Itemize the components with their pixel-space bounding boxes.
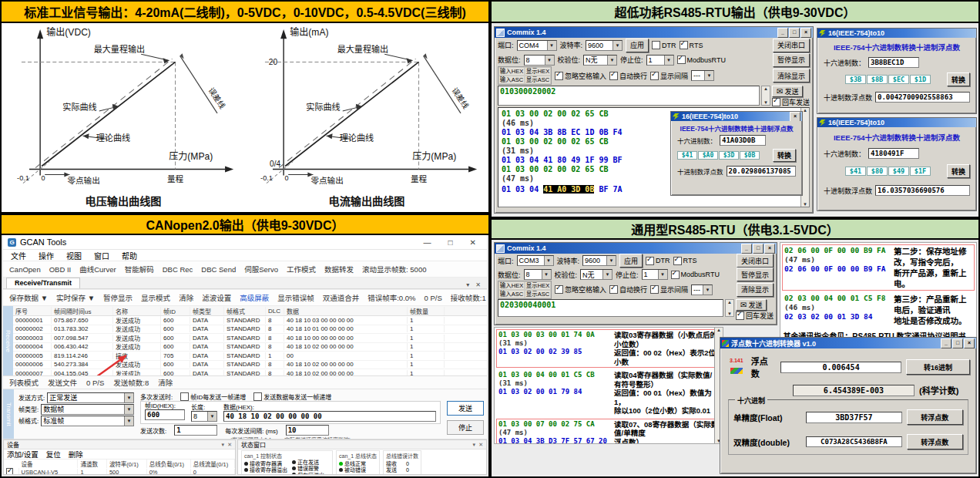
checkbox-icon[interactable]: [6, 468, 13, 475]
tab-input-hex[interactable]: 输入HEX: [498, 281, 525, 290]
chevron-down-icon[interactable]: ▼: [207, 412, 216, 421]
frame-format-select[interactable]: 标准帧▼: [41, 416, 134, 426]
toolbar-button[interactable]: 智能解码: [125, 264, 154, 274]
toolbar-button[interactable]: 工作模式: [287, 264, 316, 274]
checkbox-icon[interactable]: [772, 98, 780, 106]
maximize-button[interactable]: □: [789, 28, 800, 38]
chevron-down-icon[interactable]: ▼: [606, 256, 616, 265]
toolbar-button[interactable]: 双通道合并: [323, 292, 360, 303]
col-header[interactable]: 帧格式: [224, 307, 266, 315]
checkbox-icon[interactable]: [609, 72, 618, 80]
col-header[interactable]: 帧类型: [190, 307, 224, 315]
toolbar-button[interactable]: 发送文件: [48, 377, 77, 388]
send-button[interactable]: ✉发送: [772, 86, 803, 97]
frame-id-input[interactable]: 600: [145, 409, 185, 420]
toolbar-button[interactable]: 显示错误帧: [277, 292, 314, 303]
toolbar-button[interactable]: 显示模式: [141, 292, 170, 303]
pause-display-button[interactable]: 暂停显示: [773, 53, 810, 67]
dtr-checkbox[interactable]: DTR: [652, 41, 676, 49]
port-select[interactable]: COM4▼: [517, 40, 557, 51]
col-header[interactable]: 序号: [13, 307, 52, 315]
chevron-down-icon[interactable]: ▼: [124, 405, 133, 414]
tab-input-hex[interactable]: 输入HEX: [498, 67, 525, 76]
dtr-checkbox[interactable]: DTR: [646, 257, 670, 265]
menu-item[interactable]: 帮助: [122, 250, 137, 261]
send-count-input[interactable]: 1: [174, 425, 217, 436]
data-input[interactable]: 40 18 10 02 00 00 00 00: [223, 411, 436, 422]
id-increment-checkbox[interactable]: 帧ID每发送一帧递增: [180, 392, 246, 401]
baud-select[interactable]: 9600▼: [582, 255, 616, 266]
table-row[interactable]: 00000003 007.098.547 发送成功 600 DATA STAND…: [13, 334, 487, 343]
table-row[interactable]: 00000002 013.783.302 发送成功 600 DATA STAND…: [13, 325, 487, 335]
table-row[interactable]: 00000007 004.155.045 发送成功 600 DATA STAND…: [13, 369, 487, 376]
toolbar-button[interactable]: 滚动显示帧数: 5000: [362, 264, 426, 274]
hex-asc-tabs[interactable]: 输入HEX 显示HEX 输入ASC 显示ASC: [498, 281, 552, 299]
toolbar-button[interactable]: 发送帧数:8: [113, 377, 149, 388]
show-gap-checkbox[interactable]: 显示间隔: [650, 71, 688, 81]
checkbox-icon[interactable]: [680, 41, 688, 49]
auto-wrap-checkbox[interactable]: 自动换行: [609, 71, 647, 81]
scroll-down-icon[interactable]: ▼: [727, 311, 732, 316]
table-row[interactable]: 00000001 075.867.650 发送成功 600 DATA STAND…: [13, 316, 487, 325]
checkbox-icon[interactable]: [555, 72, 563, 80]
device-row[interactable]: USBCAN-I-V5 1 500 0% 0: [4, 468, 235, 475]
chevron-down-icon[interactable]: ▼: [602, 270, 612, 279]
hex-input[interactable]: 41A03D0B: [720, 135, 766, 146]
stopbits-select[interactable]: 1▼: [642, 269, 668, 280]
hex-input[interactable]: 3B8BEC1D: [868, 57, 919, 68]
toolbar-button[interactable]: 列表模式: [9, 377, 39, 388]
dec-output[interactable]: 20.029806137085: [727, 166, 796, 177]
chevron-down-icon[interactable]: ▼: [664, 56, 673, 65]
close-button[interactable]: ×: [964, 338, 975, 348]
rts-checkbox[interactable]: RTS: [680, 41, 703, 49]
tab-dropdown-icon[interactable]: ▾: [466, 281, 469, 288]
input-scrollbar[interactable]: ▲▼: [761, 86, 770, 106]
apply-button[interactable]: 应用: [619, 254, 643, 268]
auto-wrap-checkbox[interactable]: 自动换行: [609, 284, 647, 295]
converter-titlebar[interactable]: 浮点数十六进制转换器 v1.0 _ □ ×: [720, 338, 976, 348]
stopbits-select[interactable]: 1▼: [646, 55, 674, 66]
chevron-down-icon[interactable]: ▼: [547, 41, 556, 50]
frame-type-select[interactable]: 数据帧▼: [41, 404, 134, 415]
toolbar-button[interactable]: 删除: [69, 449, 83, 459]
transmit-side-tab[interactable]: Transmit: [3, 389, 14, 439]
table-row[interactable]: 00000005 819.114.246 接收 705 DATA STANDAR…: [13, 352, 487, 361]
to-hex-button[interactable]: 转16进制: [906, 359, 970, 375]
tab-input-asc[interactable]: 输入ASC: [498, 290, 525, 298]
checkbox-icon[interactable]: [736, 311, 744, 320]
close-button[interactable]: ✕: [470, 238, 476, 247]
minimize-button[interactable]: _: [741, 244, 752, 254]
scroll-up-icon[interactable]: ▲: [764, 86, 768, 91]
scroll-down-icon[interactable]: ▼: [764, 100, 768, 105]
dec-output[interactable]: 16.0357036690576: [875, 185, 970, 196]
col-header[interactable]: 名称: [113, 307, 161, 315]
convert-button[interactable]: 转换: [947, 72, 970, 86]
tab-show-asc[interactable]: 显示ASC: [525, 76, 551, 84]
send-input[interactable]: 020300040001: [498, 299, 723, 317]
checkbox-icon[interactable]: [650, 285, 659, 294]
toolbar-button[interactable]: CanOpen: [9, 265, 41, 274]
toolbar-button[interactable]: DBC Send: [201, 265, 236, 274]
checkbox-icon[interactable]: [652, 41, 660, 49]
send-button[interactable]: ✉发送: [736, 299, 767, 311]
toolbar-button[interactable]: 接收帧数:1: [451, 292, 486, 303]
chevron-down-icon[interactable]: ▼: [703, 285, 712, 295]
checkbox-icon[interactable]: [673, 257, 682, 265]
toolbar-button[interactable]: 清除: [158, 377, 173, 388]
port-select[interactable]: COM3▼: [517, 255, 554, 266]
show-gap-checkbox[interactable]: 显示间隔: [650, 284, 688, 295]
toolbar-button[interactable]: 高级屏蔽: [240, 292, 269, 303]
close-button[interactable]: ×: [764, 244, 775, 254]
toolbar-button[interactable]: DBC Rec: [163, 265, 193, 274]
toolbar-button[interactable]: 滤波设置: [202, 292, 231, 303]
checkbox-icon[interactable]: [180, 392, 189, 401]
scroll-down-icon[interactable]: ▼: [803, 202, 807, 207]
tab-input-asc[interactable]: 输入ASC: [498, 76, 525, 84]
transmit-send-button[interactable]: 发送: [447, 401, 484, 416]
apply-button[interactable]: 应用: [626, 39, 649, 52]
minimize-button[interactable]: —: [424, 238, 431, 247]
tab-show-hex[interactable]: 显示HEX: [525, 281, 551, 290]
checkbox-icon[interactable]: [671, 271, 680, 279]
chevron-down-icon[interactable]: ▼: [124, 416, 133, 426]
col-header[interactable]: 帧数量: [408, 307, 445, 315]
